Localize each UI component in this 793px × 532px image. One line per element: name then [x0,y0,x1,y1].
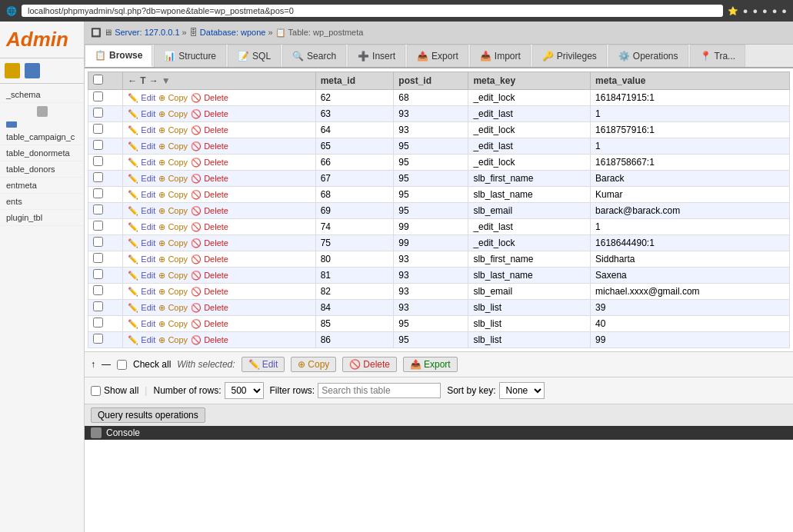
row-delete-15[interactable]: 🚫 Delete [191,335,228,345]
row-delete-7[interactable]: 🚫 Delete [191,206,228,216]
row-checkbox-14[interactable] [93,318,103,328]
bottom-copy-button[interactable]: ⊕ Copy [291,357,336,372]
tab-browse[interactable]: 📋 Browse [85,45,152,67]
sidebar-item-donormeta[interactable]: table_donormeta [0,145,84,161]
row-checkbox-12[interactable] [93,285,103,295]
row-copy-4[interactable]: ⊕ Copy [158,158,188,168]
row-checkbox-11[interactable] [93,269,103,279]
row-checkbox-13[interactable] [93,301,103,311]
row-edit-3[interactable]: ✏️ Edit [128,141,155,151]
row-delete-6[interactable]: 🚫 Delete [191,190,228,200]
row-edit-7[interactable]: ✏️ Edit [128,206,155,216]
row-checkbox-9[interactable] [93,237,103,247]
url-bar[interactable]: localhost/phpmyadmin/sql.php?db=wpone&ta… [22,5,723,17]
row-edit-1[interactable]: ✏️ Edit [128,109,155,119]
row-edit-9[interactable]: ✏️ Edit [128,238,155,248]
th-meta-key[interactable]: meta_key [468,72,591,90]
tab-import[interactable]: 📥 Import [470,45,531,67]
sidebar-item-ents[interactable]: ents [0,194,84,210]
row-edit-0[interactable]: ✏️ Edit [128,93,155,103]
bottom-delete-button[interactable]: 🚫 Delete [342,357,397,372]
search-input[interactable] [318,383,441,398]
row-copy-14[interactable]: ⊕ Copy [158,319,188,329]
row-edit-6[interactable]: ✏️ Edit [128,190,155,200]
bookmark-icon[interactable]: ⭐ [728,6,738,16]
arrow-left-icon[interactable]: ← [128,75,137,86]
breadcrumb-db-link[interactable]: Database: wpone [200,28,266,37]
breadcrumb-collapse-icon[interactable]: 🔲 [91,28,102,37]
row-checkbox-6[interactable] [93,188,103,198]
bottom-export-button[interactable]: 📤 Export [403,357,458,372]
row-checkbox-0[interactable] [93,91,103,101]
row-checkbox-4[interactable] [93,156,103,166]
row-delete-12[interactable]: 🚫 Delete [191,287,228,297]
row-copy-8[interactable]: ⊕ Copy [158,222,188,232]
row-checkbox-7[interactable] [93,204,103,214]
row-edit-15[interactable]: ✏️ Edit [128,335,155,345]
row-copy-5[interactable]: ⊕ Copy [158,174,188,184]
tab-privileges[interactable]: 🔑 Privileges [532,45,607,67]
row-edit-14[interactable]: ✏️ Edit [128,319,155,329]
row-copy-6[interactable]: ⊕ Copy [158,190,188,200]
row-edit-2[interactable]: ✏️ Edit [128,125,155,135]
query-results-button[interactable]: Query results operations [91,407,205,423]
row-edit-10[interactable]: ✏️ Edit [128,254,155,264]
row-checkbox-2[interactable] [93,124,103,134]
row-edit-4[interactable]: ✏️ Edit [128,158,155,168]
row-checkbox-10[interactable] [93,253,103,263]
tab-operations[interactable]: ⚙️ Operations [608,45,688,67]
sidebar-icon-1[interactable] [5,63,20,78]
tab-sql[interactable]: 📝 SQL [228,45,281,67]
sidebar-item-schema[interactable]: _schema [0,87,84,103]
num-rows-select[interactable]: 500 25 50 100 250 [225,382,264,399]
th-meta-value[interactable]: meta_value [591,72,790,90]
row-copy-1[interactable]: ⊕ Copy [158,109,188,119]
sidebar-icon-2[interactable] [25,63,40,78]
row-delete-4[interactable]: 🚫 Delete [191,158,228,168]
tab-export[interactable]: 📤 Export [407,45,468,67]
row-delete-14[interactable]: 🚫 Delete [191,319,228,329]
row-copy-11[interactable]: ⊕ Copy [158,271,188,281]
row-copy-3[interactable]: ⊕ Copy [158,141,188,151]
row-copy-9[interactable]: ⊕ Copy [158,238,188,248]
row-copy-15[interactable]: ⊕ Copy [158,335,188,345]
tab-search[interactable]: 🔍 Search [282,45,346,67]
show-all-checkbox[interactable] [91,386,101,396]
sidebar-item-plugin[interactable]: plugin_tbl [0,210,84,226]
row-edit-12[interactable]: ✏️ Edit [128,287,155,297]
row-edit-8[interactable]: ✏️ Edit [128,222,155,232]
row-checkbox-5[interactable] [93,172,103,182]
console-bar[interactable]: Console [85,426,793,440]
th-sort-icon[interactable]: T [140,75,145,86]
th-filter-icon[interactable]: ▼ [162,75,171,86]
select-all-checkbox[interactable] [93,75,103,85]
row-delete-11[interactable]: 🚫 Delete [191,271,228,281]
sidebar-item-entmeta[interactable]: entmeta [0,178,84,194]
bottom-edit-button[interactable]: ✏️ Edit [242,357,285,372]
breadcrumb-server-link[interactable]: Server: 127.0.0.1 [115,28,179,37]
row-checkbox-15[interactable] [93,334,103,344]
row-delete-13[interactable]: 🚫 Delete [191,303,228,313]
check-all-checkbox[interactable] [117,360,127,370]
sidebar-item-donors[interactable]: table_donors [0,161,84,178]
row-checkbox-1[interactable] [93,108,103,118]
row-copy-13[interactable]: ⊕ Copy [158,303,188,313]
row-delete-3[interactable]: 🚫 Delete [191,141,228,151]
row-edit-5[interactable]: ✏️ Edit [128,174,155,184]
row-copy-7[interactable]: ⊕ Copy [158,206,188,216]
row-delete-1[interactable]: 🚫 Delete [191,109,228,119]
row-copy-2[interactable]: ⊕ Copy [158,125,188,135]
tab-tracking[interactable]: 📍 Tra... [690,45,746,67]
row-copy-12[interactable]: ⊕ Copy [158,287,188,297]
row-delete-8[interactable]: 🚫 Delete [191,222,228,232]
row-delete-5[interactable]: 🚫 Delete [191,174,228,184]
row-copy-10[interactable]: ⊕ Copy [158,254,188,264]
th-meta-id[interactable]: meta_id [315,72,394,90]
th-post-id[interactable]: post_id [394,72,468,90]
row-delete-10[interactable]: 🚫 Delete [191,254,228,264]
sidebar-collapse-btn[interactable] [37,106,48,117]
row-checkbox-8[interactable] [93,221,103,231]
row-delete-9[interactable]: 🚫 Delete [191,238,228,248]
row-edit-13[interactable]: ✏️ Edit [128,303,155,313]
tab-insert[interactable]: ➕ Insert [348,45,405,67]
